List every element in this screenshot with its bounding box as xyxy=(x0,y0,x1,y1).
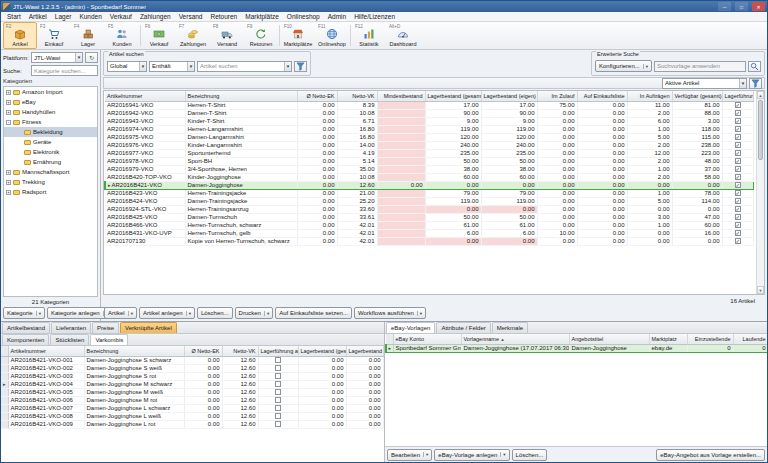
drucken-button[interactable]: Drucken▾ xyxy=(235,307,274,319)
table-row[interactable]: AR2016943-VKOKinder-T-Shirt0.006.719.009… xyxy=(105,117,753,125)
tree-expander-icon[interactable]: + xyxy=(6,180,11,185)
close-button[interactable]: ✕ xyxy=(752,2,765,11)
tree-expander-icon[interactable]: + xyxy=(6,170,11,175)
table-row[interactable]: AR2016B425-VKODamen-Turnschuh0.0033.6150… xyxy=(105,213,753,221)
column-header-netto-vk[interactable]: Netto-VK xyxy=(337,91,377,101)
ribbon-button-kunden[interactable]: F5 Kunden xyxy=(105,22,139,49)
article-search-combo[interactable]: ▼ xyxy=(197,61,292,72)
tab-stücklisten[interactable]: Stücklisten xyxy=(50,334,89,345)
category-handyhüllen[interactable]: +Handyhüllen xyxy=(4,107,97,117)
column-header-auf-einkaufsliste[interactable]: Auf Einkaufsliste xyxy=(577,91,627,101)
tree-expander-icon[interactable]: - xyxy=(6,120,11,125)
column-header-im-zulauf[interactable]: Im Zulauf xyxy=(537,91,577,101)
column-header-einzustellende[interactable]: Einzustellende xyxy=(687,334,733,344)
tab-artikelbestand[interactable]: Artikelbestand xyxy=(2,322,50,333)
tab-komponenten[interactable]: Komponenten xyxy=(2,334,49,345)
filter-icon[interactable] xyxy=(749,78,762,89)
table-row[interactable]: AR2016B421-VKO-008Damen-Jogginghose L we… xyxy=(1,412,383,420)
column-header-angebotstitel[interactable]: Angebotstitel xyxy=(569,334,649,344)
category-geräte[interactable]: Geräte xyxy=(4,137,97,147)
search-icon[interactable] xyxy=(748,61,761,72)
category-trekking[interactable]: +Trekking xyxy=(4,177,97,187)
column-header-lagerbestand-eigen[interactable]: Lagerbestand (eigen) xyxy=(481,91,537,101)
checkbox[interactable]: ✓ xyxy=(735,118,741,124)
ebay-vorlage-anlegen-button[interactable]: eBay-Vorlage anlegen▾ xyxy=(434,449,509,461)
column-header-lagerführung-aktiv[interactable]: Lagerführung aktiv xyxy=(258,346,298,356)
checkbox[interactable]: ✓ xyxy=(735,238,741,244)
kategorie-button[interactable]: Kategorie▾ xyxy=(3,307,45,319)
category-bekleidung[interactable]: Bekleidung xyxy=(4,127,97,137)
workflows-ausführen-button[interactable]: Workflows ausführen▾ xyxy=(354,307,426,319)
column-header-netto-ek[interactable]: Ø Netto-EK xyxy=(297,91,337,101)
menu-start[interactable]: Start xyxy=(3,13,25,20)
search-template-input[interactable] xyxy=(654,61,746,72)
ribbon-button-lager[interactable]: F4 Lager xyxy=(71,22,105,49)
checkbox[interactable]: ✓ xyxy=(735,182,741,188)
column-header-marktplatz[interactable]: Marktplatz xyxy=(649,334,687,344)
maximize-button[interactable]: □ xyxy=(735,2,748,11)
tab-merkmale[interactable]: Merkmale xyxy=(492,322,528,333)
category-amazon-import[interactable]: +Amazon Import xyxy=(4,87,97,97)
column-header-lagerbestand-d[interactable]: Lagerbestand (d... xyxy=(346,346,383,356)
ribbon-button-retouren[interactable]: F9 Retouren xyxy=(244,22,278,49)
tab-ebay-vorlagen[interactable]: eBay-Vorlagen xyxy=(386,322,435,333)
tab-varkombis[interactable]: Varkombis xyxy=(90,334,128,345)
column-header-artikelnummer[interactable]: Artikelnummer xyxy=(8,346,84,356)
checkbox[interactable] xyxy=(275,365,281,371)
table-row[interactable]: AR2016B421-VKO-002Damen-Jogginghose S we… xyxy=(1,364,383,372)
artikel-anlegen-button[interactable]: Artikel anlegen▾ xyxy=(139,307,195,319)
ribbon-button-statistik[interactable]: F12 Statistik xyxy=(352,22,386,49)
table-row[interactable]: AR2016974-VKOHerren-Langarmshirt0.0016.8… xyxy=(105,125,753,133)
ribbon-button-onlineshop[interactable]: F11 Onlineshop xyxy=(315,22,349,49)
vertical-scrollbar[interactable]: ▲ ▼ xyxy=(756,91,764,294)
checkbox[interactable]: ✓ xyxy=(735,206,741,212)
auf-einkaufsliste-setzen-button[interactable]: Auf Einkaufsliste setzen... xyxy=(275,307,352,319)
checkbox[interactable] xyxy=(275,413,281,419)
filter-icon[interactable] xyxy=(294,61,307,72)
ribbon-button-artikel[interactable]: F2 Artikel xyxy=(3,22,37,49)
artikel-button[interactable]: Artikel▾ xyxy=(104,307,137,319)
column-header-netto-ek[interactable]: Ø Netto-EK xyxy=(184,346,222,356)
menu-zahlungen[interactable]: Zahlungen xyxy=(136,13,175,20)
table-row[interactable]: AR2016977-VKOSportunterhemd0.004.19235.0… xyxy=(105,149,753,157)
search-mode-select[interactable]: Enthält ▼ xyxy=(149,61,195,72)
menu-marktplätze[interactable]: Marktplätze xyxy=(241,13,283,20)
column-header-mindestbestand[interactable]: Mindestbestand xyxy=(377,91,425,101)
menu-retouren[interactable]: Retouren xyxy=(206,13,241,20)
checkbox[interactable]: ✓ xyxy=(735,102,741,108)
scrollbar-thumb[interactable] xyxy=(758,100,763,160)
table-row[interactable]: AR2016B420-TOP-VKOKinder-Jogginghose0.00… xyxy=(105,173,753,181)
löschen-button[interactable]: Löschen... xyxy=(197,307,233,319)
checkbox[interactable]: ✓ xyxy=(735,158,741,164)
table-row[interactable]: AR2016941-VKOHerren-T-Shirt0.008.3917.00… xyxy=(105,101,753,109)
checkbox[interactable]: ✓ xyxy=(735,142,741,148)
table-row[interactable]: AR2016B421-VKO-007Damen-Jogginghose L sc… xyxy=(1,404,383,412)
category-radsport[interactable]: +Radsport xyxy=(4,187,97,197)
checkbox[interactable]: ✓ xyxy=(735,126,741,132)
table-row[interactable]: AR2016924-STL-VKOHerren-Trainingsanzug0.… xyxy=(105,205,753,213)
column-header-artikelnummer[interactable]: Artikelnummer xyxy=(105,91,185,101)
table-row[interactable]: AR2016B421-VKO-001Damen-Jogginghose S sc… xyxy=(1,356,383,364)
menu-versand[interactable]: Versand xyxy=(175,13,207,20)
checkbox[interactable]: ✓ xyxy=(735,150,741,156)
menu-lager[interactable]: Lager xyxy=(51,13,76,20)
checkbox[interactable] xyxy=(275,389,281,395)
ebay-angebot-aus-vorlage-erstellen-button[interactable]: eBay-Angebot aus Vorlage erstellen... xyxy=(656,449,765,461)
menu-admin[interactable]: Admin xyxy=(324,13,350,20)
table-row[interactable]: AR2016B466-VKOHerren-Turnschuh, schwarz0… xyxy=(105,221,753,229)
row-expander-icon[interactable]: ▸ xyxy=(108,182,111,188)
table-row[interactable]: AR2016942-VKODamen-T-Shirt0.0010.0890.00… xyxy=(105,109,753,117)
column-header-lagerführung-aktiv[interactable]: Lagerführung aktiv xyxy=(722,91,753,101)
ribbon-button-marktplaetze[interactable]: F10 Marktplätze xyxy=(281,22,315,49)
table-row[interactable]: ▸AR2016B421-VKODamen-Jogginghose0.0012.6… xyxy=(105,181,753,189)
checkbox[interactable]: ✓ xyxy=(735,174,741,180)
table-row[interactable]: AR2016979-VKO3/4-Sporthose, Herren0.0035… xyxy=(105,165,753,173)
table-row[interactable]: AR2016B424-VKODamen-Trainingsjacke0.0025… xyxy=(105,197,753,205)
table-row[interactable]: AR2016975-VKODamen-Langarmshirt0.0016.80… xyxy=(105,133,753,141)
checkbox[interactable]: ✓ xyxy=(735,110,741,116)
category-search-input[interactable] xyxy=(31,65,98,76)
bearbeiten-button[interactable]: Bearbeiten▾ xyxy=(387,449,432,461)
table-row[interactable]: AR2016B421-VKO-003Damen-Jogginghose S ro… xyxy=(1,372,383,380)
column-header-lagerbestand-gesamt[interactable]: Lagerbestand (gesamt) xyxy=(425,91,481,101)
table-row[interactable]: ▸AR2016B421-VKO-004Damen-Jogginghose M s… xyxy=(1,380,383,388)
